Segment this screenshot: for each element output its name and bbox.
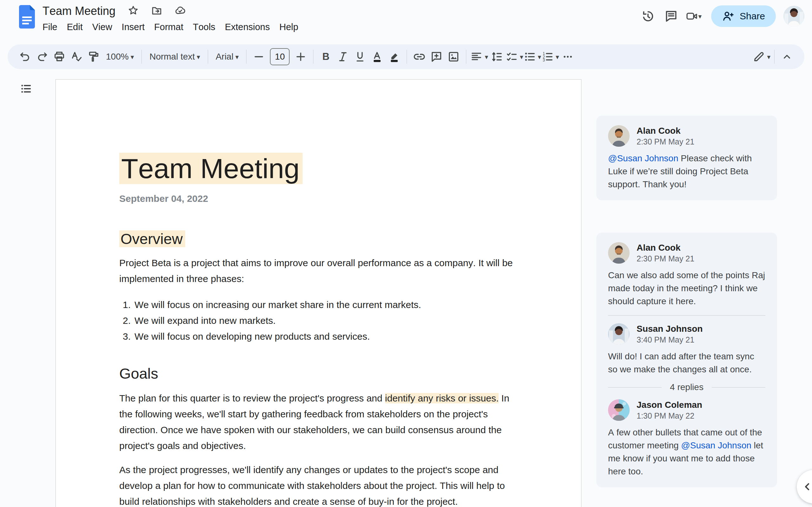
toolbar-separator <box>466 50 466 64</box>
menu-view[interactable]: View <box>88 21 117 34</box>
editing-mode-caret-icon: ▾ <box>767 54 770 60</box>
list-item[interactable]: 3. We will focus on developing new produ… <box>119 329 518 344</box>
checklist-caret-icon: ▾ <box>520 54 523 60</box>
join-call-caret-icon[interactable]: ▾ <box>698 13 702 20</box>
hide-comments-button[interactable] <box>797 470 812 504</box>
header-actions: ▾ Share <box>636 4 804 28</box>
move-folder-icon[interactable] <box>151 5 162 17</box>
join-call-button[interactable]: ▾ <box>683 10 704 22</box>
toolbar-separator <box>142 50 142 64</box>
document-page[interactable]: Team Meeting September 04, 2022 Overview… <box>55 79 581 507</box>
doc-heading-overview[interactable]: Overview <box>119 229 518 248</box>
highlighted-text: identify any risks or issues. <box>385 393 499 403</box>
insert-image-button[interactable] <box>445 48 462 66</box>
comment-timestamp: 2:30 PM May 21 <box>637 137 694 147</box>
menu-insert[interactable]: Insert <box>117 21 150 34</box>
menu-file[interactable]: File <box>43 21 62 34</box>
menu-format[interactable]: Format <box>149 21 188 34</box>
star-icon[interactable] <box>128 5 139 17</box>
formatting-toolbar: 100% ▾ Normal text ▾ Arial ▾ 10 B <box>8 44 804 69</box>
menu-help[interactable]: Help <box>275 21 303 34</box>
show-outline-button[interactable] <box>16 80 36 97</box>
font-caret-icon: ▾ <box>235 54 239 60</box>
redo-button[interactable] <box>34 48 51 66</box>
comments-panel: Alan Cook 2:30 PM May 21 @Susan Johnson … <box>596 116 777 487</box>
zoom-caret-icon: ▾ <box>131 54 134 60</box>
comment-card[interactable]: Alan Cook 2:30 PM May 21 Can we also add… <box>596 233 777 487</box>
menu-bar: File Edit View Insert Format Tools Exten… <box>43 21 303 34</box>
comment-body: Can we also add some of the points Raj m… <box>608 269 765 308</box>
doc-numbered-list: 1. We will focus on increasing our marke… <box>119 297 518 344</box>
commenter-avatar <box>608 399 629 421</box>
paint-format-button[interactable] <box>85 48 102 66</box>
account-avatar[interactable] <box>783 6 804 26</box>
text-color-button[interactable] <box>368 48 386 66</box>
toolbar-separator <box>246 50 247 64</box>
checklist-button[interactable]: ▾ <box>505 48 523 66</box>
align-caret-icon: ▾ <box>485 54 488 60</box>
line-spacing-button[interactable] <box>488 48 505 66</box>
commenter-name: Alan Cook <box>637 125 694 136</box>
highlight-color-button[interactable] <box>386 48 403 66</box>
paragraph-style-select[interactable]: Normal text ▾ <box>146 48 204 66</box>
comment-timestamp: 1:30 PM May 22 <box>637 411 702 420</box>
commenter-name: Alan Cook <box>637 242 694 253</box>
commenter-avatar <box>608 242 629 264</box>
add-comment-button[interactable] <box>428 48 445 66</box>
toolbar-separator <box>313 50 313 64</box>
font-family-select[interactable]: Arial ▾ <box>212 48 243 66</box>
numbered-list-button[interactable]: 123 ▾ <box>541 48 559 66</box>
undo-button[interactable] <box>16 48 34 66</box>
doc-date[interactable]: September 04, 2022 <box>119 193 518 204</box>
insert-link-button[interactable] <box>411 48 428 66</box>
bulleted-list-button[interactable]: ▾ <box>523 48 542 66</box>
bold-button[interactable]: B <box>317 48 334 66</box>
menu-edit[interactable]: Edit <box>62 21 88 34</box>
divider-line <box>608 387 662 388</box>
comment-body: A few other bullets that came out of the… <box>608 426 765 478</box>
comment-card[interactable]: Alan Cook 2:30 PM May 21 @Susan Johnson … <box>596 116 777 200</box>
replies-toggle[interactable]: 4 replies <box>608 382 765 392</box>
menu-extensions[interactable]: Extensions <box>220 21 275 34</box>
document-title-field[interactable]: Team Meeting <box>43 4 115 18</box>
underline-button[interactable] <box>351 48 368 66</box>
commenter-avatar <box>608 323 629 345</box>
menu-tools[interactable]: Tools <box>188 21 220 34</box>
version-history-icon[interactable] <box>636 4 659 28</box>
mention-link[interactable]: @Susan Johnson <box>608 153 678 163</box>
more-options-button[interactable] <box>559 48 576 66</box>
comments-icon[interactable] <box>659 4 683 28</box>
doc-paragraph-goals-2[interactable]: As the project progresses, we'll identif… <box>119 462 516 507</box>
divider-line <box>712 387 765 388</box>
font-size-input[interactable]: 10 <box>270 48 290 65</box>
google-docs-logo-icon[interactable] <box>18 4 36 29</box>
list-item[interactable]: 2. We will expand into new markets. <box>119 313 518 329</box>
doc-paragraph-goals-1[interactable]: The plan for this quarter is to review t… <box>119 390 516 454</box>
cloud-status-icon[interactable] <box>174 5 186 17</box>
spell-check-button[interactable] <box>68 48 85 66</box>
italic-button[interactable] <box>334 48 351 66</box>
comment-timestamp: 2:30 PM May 21 <box>637 254 694 263</box>
doc-paragraph-overview[interactable]: Project Beta is a project that aims to i… <box>119 255 516 287</box>
decrease-font-size-button[interactable] <box>250 48 267 66</box>
print-button[interactable] <box>51 48 68 66</box>
hide-menus-button[interactable] <box>778 48 796 66</box>
comment-body: @Susan Johnson Please check with Luke if… <box>608 152 765 191</box>
align-button[interactable]: ▾ <box>470 48 488 66</box>
share-button[interactable]: Share <box>711 5 776 27</box>
toolbar-separator <box>208 50 208 64</box>
comment-body: Will do! I can add after the team sync s… <box>608 350 765 376</box>
doc-heading-title[interactable]: Team Meeting <box>119 152 518 185</box>
doc-heading-goals[interactable]: Goals <box>119 364 518 383</box>
commenter-name: Jason Coleman <box>637 400 702 410</box>
zoom-select[interactable]: 100% ▾ <box>102 48 138 66</box>
toolbar-separator <box>407 50 407 64</box>
editor-canvas: Team Meeting September 04, 2022 Overview… <box>0 70 812 507</box>
editing-mode-button[interactable]: ▾ <box>752 48 770 66</box>
list-item[interactable]: 1. We will focus on increasing our marke… <box>119 297 518 313</box>
bulleted-list-caret-icon: ▾ <box>538 54 542 60</box>
increase-font-size-button[interactable] <box>292 48 309 66</box>
mention-link[interactable]: @Susan Johnson <box>681 441 751 450</box>
svg-text:3: 3 <box>543 58 545 63</box>
header-center: Team Meeting File Edit View Insert Forma… <box>43 4 303 34</box>
